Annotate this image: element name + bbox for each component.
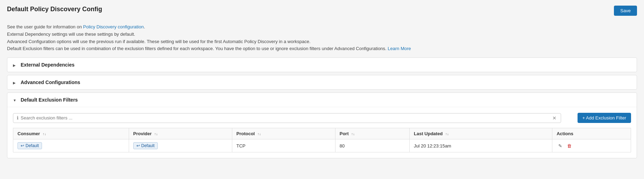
info-line1-end: . — [144, 24, 145, 29]
policy-discovery-link[interactable]: Policy Discovery configuration — [83, 24, 144, 29]
info-icon: ℹ — [17, 115, 19, 121]
provider-badge: ↩ Default — [133, 142, 158, 149]
cell-actions: ✎ 🗑 — [552, 139, 631, 152]
advanced-configurations-title: Advanced Configurations — [21, 80, 80, 85]
col-provider-label: Provider — [133, 131, 152, 136]
tag-icon: ↩ — [21, 143, 24, 148]
external-dependencies-header[interactable]: External Dependencies — [7, 58, 637, 72]
info-block: See the user guide for information on Po… — [7, 23, 637, 53]
external-dependencies-title: External Dependencies — [21, 62, 75, 68]
delete-button[interactable]: 🗑 — [565, 143, 573, 149]
col-actions: Actions — [552, 128, 631, 139]
chevron-right-icon — [13, 80, 18, 85]
table-row: ↩ Default ↩ Default TCP — [13, 139, 631, 152]
add-exclusion-filter-button[interactable]: + Add Exclusion Filter — [578, 113, 631, 123]
page-title: Default Policy Discovery Config — [7, 6, 102, 13]
col-consumer[interactable]: Consumer ↑↓ — [13, 128, 129, 139]
edit-button[interactable]: ✎ — [557, 143, 564, 149]
search-clear-button[interactable]: ✕ — [552, 115, 557, 121]
sort-icon-port: ↑↓ — [351, 132, 355, 136]
col-last-updated-label: Last Updated — [414, 131, 443, 136]
default-exclusion-filters-title: Default Exclusion Filters — [21, 97, 78, 103]
advanced-configurations-header[interactable]: Advanced Configurations — [7, 75, 637, 89]
last-updated-value: Jul 20 12:23:15am — [414, 143, 451, 149]
cell-protocol: TCP — [232, 139, 335, 152]
search-row: ℹ ✕ + Add Exclusion Filter — [13, 113, 631, 123]
table-body: ↩ Default ↩ Default TCP — [13, 139, 631, 152]
cell-consumer: ↩ Default — [13, 139, 129, 152]
sort-icon-last-updated: ↑↓ — [445, 132, 449, 136]
table-header: Consumer ↑↓ Provider ↑↓ Protocol ↑↓ Po — [13, 128, 631, 139]
external-dependencies-section: External Dependencies — [7, 57, 637, 72]
learn-more-link[interactable]: Learn More — [388, 46, 411, 51]
sort-icon-consumer: ↑↓ — [43, 132, 46, 136]
col-provider[interactable]: Provider ↑↓ — [129, 128, 232, 139]
default-exclusion-filters-header[interactable]: Default Exclusion Filters — [7, 93, 637, 107]
exclusion-filters-table: Consumer ↑↓ Provider ↑↓ Protocol ↑↓ Po — [13, 128, 631, 152]
search-wrapper: ℹ ✕ — [13, 113, 561, 123]
default-exclusion-filters-body: ℹ ✕ + Add Exclusion Filter Consumer ↑↓ — [7, 107, 637, 158]
cell-port: 80 — [335, 139, 409, 152]
col-last-updated[interactable]: Last Updated ↑↓ — [409, 128, 552, 139]
default-exclusion-filters-section: Default Exclusion Filters ℹ ✕ + Add Excl… — [7, 92, 637, 158]
search-input[interactable] — [21, 115, 552, 121]
col-protocol[interactable]: Protocol ↑↓ — [232, 128, 335, 139]
col-port[interactable]: Port ↑↓ — [335, 128, 409, 139]
chevron-down-icon — [13, 97, 18, 102]
chevron-right-icon — [13, 62, 18, 67]
consumer-value: Default — [26, 143, 39, 148]
consumer-badge: ↩ Default — [17, 142, 42, 149]
info-line1-text: See the user guide for information on — [7, 24, 83, 29]
col-actions-label: Actions — [557, 131, 573, 136]
col-protocol-label: Protocol — [236, 131, 255, 136]
cell-provider: ↩ Default — [129, 139, 232, 152]
provider-value: Default — [141, 143, 155, 148]
col-consumer-label: Consumer — [17, 131, 40, 136]
protocol-value: TCP — [236, 143, 246, 149]
sort-icon-provider: ↑↓ — [154, 132, 158, 136]
save-button[interactable]: Save — [614, 6, 637, 16]
port-value: 80 — [340, 143, 345, 149]
sort-icon-protocol: ↑↓ — [257, 132, 261, 136]
advanced-configurations-section: Advanced Configurations — [7, 75, 637, 90]
tag-icon-2: ↩ — [136, 143, 140, 148]
info-line2: External Dependency settings will use th… — [7, 32, 135, 37]
info-line4-text: Default Exclusion filters can be used in… — [7, 46, 388, 51]
col-port-label: Port — [340, 131, 349, 136]
info-line3: Advanced Configuration options will use … — [7, 39, 311, 44]
cell-last-updated: Jul 20 12:23:15am — [409, 139, 552, 152]
